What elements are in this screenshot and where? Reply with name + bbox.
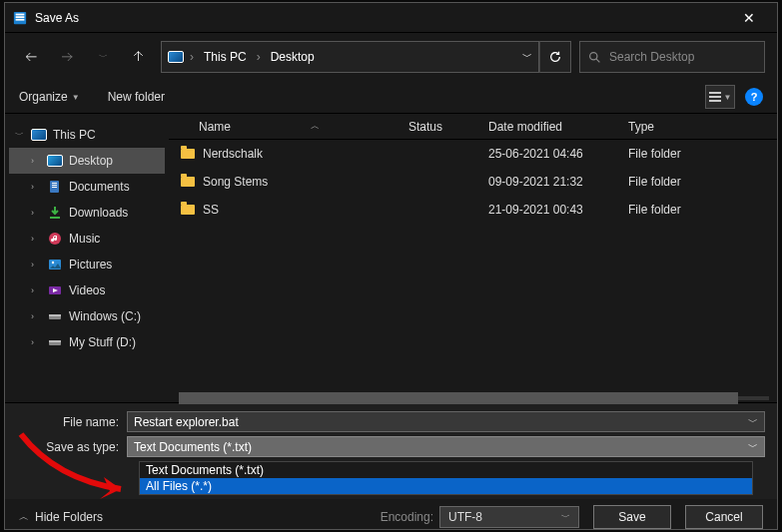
expand-icon[interactable]: › [31,182,41,192]
chevron-down-icon: ▼ [72,93,80,102]
new-folder-button[interactable]: New folder [108,90,165,104]
videos-icon [47,283,63,297]
col-status[interactable]: Status [408,120,488,134]
encoding-label: Encoding: [381,510,433,524]
drive-icon [47,335,63,349]
nav-row: 🡠 🡢 ﹀ 🡡 › This PC › Desktop ﹀ Search Des… [5,33,777,81]
svg-rect-7 [52,183,57,184]
forward-button[interactable]: 🡢 [53,43,81,71]
chevron-down-icon: ▼ [724,93,732,102]
crumb-desktop[interactable]: Desktop [267,50,319,64]
folder-icon [181,177,195,187]
encoding-select[interactable]: UTF-8 ﹀ [439,506,579,528]
file-row[interactable]: SS 21-09-2021 00:43 File folder [169,196,777,224]
tree-drive-c[interactable]: › Windows (C:) [9,303,165,329]
organize-button[interactable]: Organize ▼ [19,90,80,104]
horizontal-scrollbar[interactable] [179,396,769,400]
list-view-icon [709,92,721,102]
tree-this-pc[interactable]: ﹀ This PC [9,122,165,148]
search-placeholder: Search Desktop [609,50,694,64]
chevron-down-icon: ﹀ [561,511,570,524]
pc-icon [31,128,47,142]
expand-icon[interactable]: › [31,208,41,218]
up-button[interactable]: 🡡 [125,43,153,71]
file-pane: Name︿ Status Date modified Type Nerdscha… [169,114,777,402]
expand-icon[interactable]: › [31,156,41,166]
nav-tree: ﹀ This PC › Desktop › Documents › Downlo… [5,114,169,402]
tree-pictures[interactable]: › Pictures [9,252,165,277]
view-button[interactable]: ▼ [705,85,735,109]
pictures-icon [47,258,63,271]
savetype-option-all[interactable]: All Files (*.*) [140,478,752,494]
col-date[interactable]: Date modified [488,120,628,134]
tree-desktop[interactable]: › Desktop [9,148,165,174]
file-row[interactable]: Nerdschalk 25-06-2021 04:46 File folder [169,140,777,168]
file-row[interactable]: Song Stems 09-09-2021 21:32 File folder [169,168,777,196]
savetype-combo[interactable]: Text Documents (*.txt) ﹀ [127,436,765,457]
save-button[interactable]: Save [593,505,671,529]
svg-rect-9 [52,187,57,188]
downloads-icon [47,206,63,220]
music-icon [47,232,63,246]
app-icon [13,11,27,25]
sort-asc-icon: ︿ [311,120,320,133]
svg-rect-8 [52,185,57,186]
recent-dropdown[interactable]: ﹀ [89,43,117,71]
tree-music[interactable]: › Music [9,226,165,252]
back-button[interactable]: 🡠 [17,43,45,71]
expand-icon[interactable]: › [31,337,41,347]
cancel-button[interactable]: Cancel [685,505,763,529]
address-dropdown-icon[interactable]: ﹀ [522,50,532,64]
svg-rect-18 [49,340,61,342]
window-title: Save As [35,11,729,25]
chevron-up-icon: ︿ [19,510,29,524]
help-button[interactable]: ? [745,88,763,106]
pc-icon [168,51,184,63]
hide-folders-button[interactable]: ︿ Hide Folders [19,510,103,524]
tree-videos[interactable]: › Videos [9,277,165,303]
body: ﹀ This PC › Desktop › Documents › Downlo… [5,113,777,402]
tree-documents[interactable]: › Documents [9,174,165,200]
expand-icon[interactable]: › [31,260,41,269]
svg-rect-10 [50,217,60,219]
chevron-down-icon[interactable]: ﹀ [748,440,758,454]
folder-icon [181,149,195,159]
chevron-right-icon: › [257,50,261,64]
drive-icon [47,309,63,323]
expand-icon[interactable]: › [31,285,41,295]
tree-drive-d[interactable]: › My Stuff (D:) [9,329,165,355]
scrollbar-thumb[interactable] [179,392,738,404]
tree-downloads[interactable]: › Downloads [9,200,165,226]
expand-icon[interactable]: › [31,311,41,321]
titlebar: Save As ✕ [5,3,777,33]
col-type[interactable]: Type [628,120,777,134]
collapse-icon[interactable]: ﹀ [15,129,25,142]
expand-icon[interactable]: › [31,234,41,244]
close-button[interactable]: ✕ [729,10,769,26]
toolbar: Organize ▼ New folder ▼ ? [5,81,777,113]
svg-point-13 [52,262,54,264]
search-input[interactable]: Search Desktop [579,41,765,73]
documents-icon [47,180,63,194]
svg-rect-2 [16,16,25,18]
save-as-dialog: Save As ✕ 🡠 🡢 ﹀ 🡡 › This PC › Desktop ﹀ … [4,2,778,530]
savetype-option-txt[interactable]: Text Documents (*.txt) [140,462,752,478]
filename-label: File name: [17,415,127,429]
folder-icon [181,205,195,215]
address-bar[interactable]: › This PC › Desktop ﹀ [161,41,539,73]
savetype-dropdown: Text Documents (*.txt) All Files (*.*) [139,461,753,495]
svg-point-4 [590,52,597,59]
chevron-right-icon: › [190,50,194,64]
bottom-fields: File name: Restart explorer.bat ﹀ Save a… [5,402,777,499]
column-headers: Name︿ Status Date modified Type [169,114,777,140]
crumb-this-pc[interactable]: This PC [200,50,251,64]
col-name[interactable]: Name︿ [169,120,408,134]
savetype-label: Save as type: [17,440,127,454]
refresh-button[interactable] [539,41,571,73]
svg-line-5 [596,59,599,62]
footer: ︿ Hide Folders Encoding: UTF-8 ﹀ Save Ca… [5,499,777,532]
filename-input[interactable]: Restart explorer.bat ﹀ [127,411,765,432]
refresh-icon [548,50,562,64]
chevron-down-icon[interactable]: ﹀ [748,415,758,429]
svg-rect-1 [16,13,25,15]
